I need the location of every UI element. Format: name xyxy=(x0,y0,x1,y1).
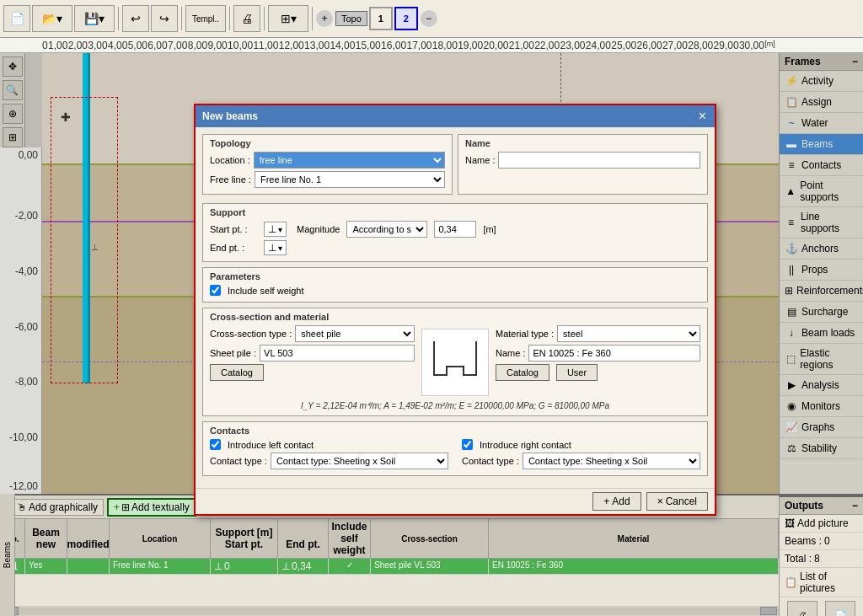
start-pt-icon: ⊥ xyxy=(268,223,276,235)
table-body: ▶ 1 Yes Free line No. 1 ⊥ 0 ⊥ 0,34 ✓ She… xyxy=(0,559,779,606)
cell-location: Free line No. 1 xyxy=(110,559,211,574)
horizontal-scrollbar[interactable] xyxy=(0,606,779,616)
col-modified: modified xyxy=(67,519,110,558)
ruler-marks: 0 1,00 2,00 3,00 4,00 5,00 6,00 7,00 8,0… xyxy=(42,40,775,52)
name-section: Name Name : xyxy=(458,134,708,195)
bottom-left-beams-label: Beams xyxy=(0,494,15,616)
open-button[interactable]: 📂▾ xyxy=(32,5,72,32)
start-pt-control[interactable]: ⊥ ▾ xyxy=(264,222,287,237)
list-pictures-icon: 📋 xyxy=(785,576,797,588)
start-pt-row: Start pt. : ⊥ ▾ Magnitude According to s… xyxy=(210,221,700,238)
parameters-section: Parameters Include self weight xyxy=(202,267,708,303)
outputs-collapse-button[interactable]: − xyxy=(852,500,858,512)
support-section: Support Start pt. : ⊥ ▾ Magnitude Accord… xyxy=(202,203,708,262)
print-button[interactable]: 🖨 xyxy=(233,5,260,32)
template-button[interactable]: Templ.. xyxy=(185,5,226,32)
redo-button[interactable]: ↪ xyxy=(151,5,178,32)
cross-section-row: Cross-section type : sheet pile Sheet pi… xyxy=(210,325,700,399)
cancel-button[interactable]: × Cancel xyxy=(646,492,708,511)
col-include-sw: Include self weight xyxy=(329,519,371,558)
add-textually-icon: + xyxy=(114,501,120,513)
cross-section-section: Cross-section and material Cross-section… xyxy=(202,308,708,416)
print-document-button[interactable]: 🖨 xyxy=(787,601,817,616)
name-input[interactable] xyxy=(498,152,700,169)
add-picture-button[interactable]: 🖼 Add picture xyxy=(780,515,863,533)
cancel-icon: × xyxy=(657,495,663,507)
col-location: Location xyxy=(110,519,211,558)
intro-left-checkbox[interactable] xyxy=(210,439,221,450)
material-name-row: Name : xyxy=(496,345,700,362)
right-contact-type-row: Contact type : Contact type: Sheeting x … xyxy=(462,453,700,469)
cross-section-preview xyxy=(421,329,489,396)
col-beam: Beam new xyxy=(25,519,67,558)
right-contact-type-select[interactable]: Contact type: Sheeting x Soil xyxy=(523,453,700,469)
formula-text: I_Y = 2,12E-04 m⁴/m; A = 1,49E-02 m²/m; … xyxy=(210,399,700,412)
scroll-track[interactable] xyxy=(19,608,760,614)
separator-5 xyxy=(312,7,313,30)
end-pt-icon: ⊥ xyxy=(268,242,276,254)
dialog-close-button[interactable]: × xyxy=(697,109,708,124)
undo-button[interactable]: ↩ xyxy=(122,5,149,32)
total-count-item: Total : 8 xyxy=(780,550,863,568)
add-textually-label: Add textually xyxy=(131,501,190,513)
col-cross-section: Cross-section xyxy=(371,519,489,558)
location-select[interactable]: free line xyxy=(254,152,445,169)
add-picture-icon: 🖼 xyxy=(785,517,795,529)
topology-name-row: Topology Location : free line Free line … xyxy=(202,134,708,200)
separator-4 xyxy=(264,7,265,30)
stage-2-button[interactable]: 2 xyxy=(394,7,418,30)
catalog-button[interactable]: Catalog xyxy=(210,364,264,381)
self-weight-checkbox[interactable] xyxy=(210,285,221,296)
new-button[interactable]: 📄 xyxy=(3,5,30,32)
table-icon: ⊞ xyxy=(121,501,130,513)
stage-1-button[interactable]: 1 xyxy=(369,7,393,30)
cs-type-row: Cross-section type : sheet pile xyxy=(210,325,415,342)
user-button[interactable]: User xyxy=(556,364,598,381)
material-type-select[interactable]: steel xyxy=(557,325,700,342)
stage-remove-button[interactable]: − xyxy=(421,10,437,27)
right-contact: Introduce right contact Contact type : C… xyxy=(462,439,700,472)
magnitude-select[interactable]: According to s xyxy=(346,221,427,238)
export-button[interactable]: 📄 xyxy=(825,601,855,616)
outputs-title: Outputs − xyxy=(780,497,863,515)
add-graphically-button[interactable]: + 🖱 Add graphically xyxy=(3,499,104,516)
add-button[interactable]: + Add xyxy=(592,492,641,511)
sheet-pile-input[interactable] xyxy=(260,345,415,362)
add-graphically-label: Add graphically xyxy=(29,501,98,513)
intro-right-checkbox[interactable] xyxy=(462,439,473,450)
beams-count-item: Beams : 0 xyxy=(780,533,863,550)
outputs-panel: Outputs − 🖼 Add picture Beams : 0 Total … xyxy=(779,495,863,616)
toolbar: 📄 📂▾ 💾▾ ↩ ↪ Templ.. 🖨 ⊞▾ + Topo 1 2 − xyxy=(0,0,863,38)
magnitude-input[interactable] xyxy=(434,221,476,238)
list-pictures-button[interactable]: 📋 List of pictures xyxy=(780,568,863,597)
end-pt-control[interactable]: ⊥ ▾ xyxy=(264,240,287,255)
col-support: Support [m] Start pt. xyxy=(211,519,278,558)
material-name-input[interactable] xyxy=(528,345,700,362)
table-header: No. Beam new modified Location Support [… xyxy=(0,519,779,559)
cell-cross-section: Sheet pile VL 503 xyxy=(371,559,489,574)
free-line-select[interactable]: Free line No. 1 xyxy=(255,171,445,188)
table-row[interactable]: ▶ 1 Yes Free line No. 1 ⊥ 0 ⊥ 0,34 ✓ She… xyxy=(0,559,779,575)
ruler: 0 1,00 2,00 3,00 4,00 5,00 6,00 7,00 8,0… xyxy=(0,38,863,53)
cross-section-right: Material type : steel Name : Catalog Use… xyxy=(496,325,700,399)
stage-add-button[interactable]: + xyxy=(316,10,333,27)
cell-beam-new: Yes xyxy=(25,559,67,574)
topology-section: Topology Location : free line Free line … xyxy=(202,134,453,195)
cross-section-type-select[interactable]: sheet pile xyxy=(295,325,415,342)
left-contact-type-select[interactable]: Contact type: Sheeting x Soil xyxy=(271,453,448,469)
topo-button[interactable]: Topo xyxy=(335,11,367,26)
material-catalog-row: Catalog User xyxy=(496,364,700,381)
separator-1 xyxy=(118,7,119,30)
scroll-right-button[interactable] xyxy=(760,607,777,615)
add-textually-button[interactable]: + ⊞ Add textually xyxy=(107,498,196,517)
material-catalog-button[interactable]: Catalog xyxy=(496,364,549,381)
new-beams-dialog: New beams × Topology Location : free lin… xyxy=(194,104,716,516)
sheet-pile-row: Sheet pile : xyxy=(210,345,415,362)
save-button[interactable]: 💾▾ xyxy=(74,5,115,32)
col-material: Material xyxy=(489,519,779,558)
grid-button[interactable]: ⊞▾ xyxy=(268,5,308,32)
left-contact-type-row: Contact type : Contact type: Sheeting x … xyxy=(210,453,448,469)
print-buttons-row: 🖨 📄 xyxy=(780,597,863,616)
self-weight-row: Include self weight xyxy=(210,285,700,296)
cell-material: EN 10025 : Fe 360 xyxy=(489,559,779,574)
